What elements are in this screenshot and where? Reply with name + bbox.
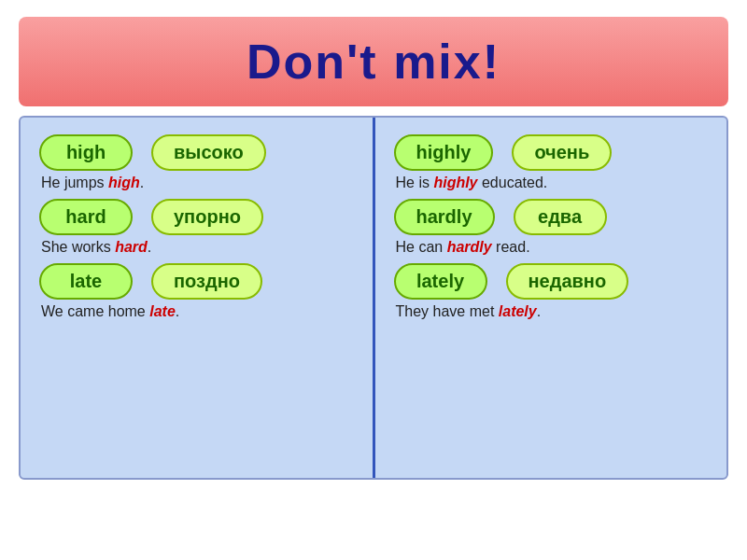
left-pills-late: late поздно — [39, 263, 354, 300]
translation-pill-edva: едва — [514, 199, 607, 235]
sentence-hard: She works hard. — [39, 239, 354, 256]
word-pill-high: high — [39, 134, 133, 171]
left-pills-hard: hard упорно — [39, 199, 354, 235]
right-panel: highly очень He is highly educated. hard… — [375, 118, 727, 478]
translation-pill-nedavno: недавно — [506, 263, 629, 300]
main-area: high высоко He jumps high. hard упорно S… — [19, 116, 728, 480]
sentence-after-lately: . — [537, 303, 541, 319]
sentence-after-highly: educated. — [478, 175, 548, 190]
translation-pill-vysoko: высоко — [151, 134, 266, 171]
word-pill-hardly: hardly — [394, 199, 495, 235]
sentence-before-hardly: He can — [396, 239, 447, 255]
sentence-before-late: We came home — [41, 303, 149, 319]
sentence-key-hard: hard — [115, 239, 148, 255]
sentence-key-highly: highly — [433, 175, 477, 190]
sentence-after-hard: . — [148, 239, 151, 255]
left-row-late: late поздно We came home late. — [39, 263, 354, 320]
sentence-before-hard: She works — [41, 239, 115, 255]
sentence-late: We came home late. — [39, 303, 354, 320]
sentence-high: He jumps high. — [39, 175, 354, 191]
left-row-hard: hard упорно She works hard. — [39, 199, 354, 256]
right-pills-hardly: hardly едва — [394, 199, 709, 235]
sentence-highly: He is highly educated. — [394, 175, 709, 191]
translation-pill-pozdno: поздно — [151, 263, 262, 300]
word-pill-highly: highly — [394, 134, 494, 171]
sentence-hardly: He can hardly read. — [394, 239, 709, 256]
left-row-high: high высоко He jumps high. — [39, 134, 354, 191]
page-title: Don't mix! — [37, 34, 710, 90]
right-pills-lately: lately недавно — [394, 263, 709, 300]
translation-pill-uporno: упорно — [151, 199, 263, 235]
sentence-before-high: He jumps — [41, 175, 108, 190]
sentence-before-highly: He is — [396, 175, 434, 190]
sentence-before-lately: They have met — [396, 303, 499, 319]
translation-pill-ochen: очень — [512, 134, 612, 171]
sentence-key-late: late — [149, 303, 176, 319]
right-row-lately: lately недавно They have met lately. — [394, 263, 709, 320]
left-pills-high: high высоко — [39, 134, 354, 171]
right-pills-highly: highly очень — [394, 134, 709, 171]
word-pill-late: late — [39, 263, 133, 300]
sentence-key-lately: lately — [499, 303, 537, 319]
sentence-after-high: . — [140, 175, 144, 190]
sentence-key-hardly: hardly — [447, 239, 492, 255]
left-panel: high высоко He jumps high. hard упорно S… — [21, 118, 375, 478]
right-row-hardly: hardly едва He can hardly read. — [394, 199, 709, 256]
sentence-key-high: high — [108, 175, 140, 190]
word-pill-hard: hard — [39, 199, 133, 235]
sentence-after-hardly: read. — [492, 239, 530, 255]
sentence-lately: They have met lately. — [394, 303, 709, 320]
right-row-highly: highly очень He is highly educated. — [394, 134, 709, 191]
word-pill-lately: lately — [394, 263, 487, 300]
title-bar: Don't mix! — [19, 17, 728, 106]
sentence-after-late: . — [176, 303, 179, 319]
